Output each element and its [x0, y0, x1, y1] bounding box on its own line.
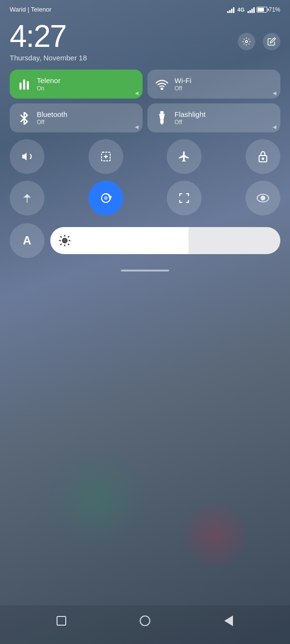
- back-icon: [224, 615, 233, 626]
- settings-button[interactable]: [238, 33, 255, 50]
- quick-tiles: Telenor On ◀ Wi-Fi Off ◀ Bluetooth: [0, 70, 290, 132]
- svg-point-0: [246, 40, 248, 43]
- clock-time: 4:27: [10, 21, 87, 52]
- wifi-icon: [155, 78, 169, 90]
- signal-icon: [227, 6, 234, 13]
- battery-indicator: 71%: [257, 6, 280, 13]
- telenor-status: On: [37, 85, 60, 92]
- font-size-button[interactable]: A: [10, 223, 44, 258]
- svg-line-28: [68, 244, 69, 245]
- svg-line-30: [60, 244, 61, 245]
- svg-point-12: [262, 158, 263, 159]
- svg-point-21: [262, 197, 264, 199]
- flashlight-arrow: ◀: [273, 124, 276, 129]
- network-badge: 4G: [237, 7, 245, 13]
- clock-date: Thursday, November 18: [10, 54, 87, 62]
- screenshot-button[interactable]: [88, 139, 123, 174]
- svg-point-4: [161, 88, 162, 89]
- clock-actions: [238, 33, 280, 50]
- status-icons: 4G 71%: [227, 6, 280, 13]
- bluetooth-status: Off: [37, 119, 67, 126]
- home-icon: [140, 615, 150, 626]
- svg-line-27: [60, 236, 61, 237]
- svg-rect-6: [160, 120, 164, 124]
- home-button[interactable]: [134, 610, 156, 631]
- bluetooth-icon: [17, 111, 31, 124]
- location-button[interactable]: [10, 181, 44, 215]
- back-button[interactable]: [218, 610, 239, 631]
- telenor-text: Telenor On: [37, 76, 60, 92]
- edit-button[interactable]: [263, 33, 280, 50]
- brightness-slider[interactable]: [50, 227, 280, 254]
- nav-bar: [0, 605, 290, 644]
- svg-point-22: [62, 238, 67, 243]
- sound-button[interactable]: [10, 139, 44, 174]
- eyecomfort-button[interactable]: [246, 181, 280, 215]
- bluetooth-name: Bluetooth: [37, 110, 67, 119]
- telenor-arrow: ◀: [135, 90, 139, 96]
- brightness-icon: [58, 234, 72, 247]
- svg-rect-2: [19, 82, 21, 89]
- icon-row-1: [0, 137, 290, 176]
- tile-telenor[interactable]: Telenor On ◀: [10, 70, 143, 99]
- svg-point-18: [104, 197, 107, 200]
- flashlight-icon: [155, 111, 169, 125]
- recent-icon: [57, 616, 66, 626]
- home-bar: [0, 266, 290, 273]
- wifi-text: Wi-Fi Off: [174, 76, 191, 92]
- wifi-status: Off: [174, 85, 191, 92]
- flashlight-text: Flashlight Off: [174, 110, 205, 126]
- svg-rect-5: [160, 111, 164, 114]
- telenor-name: Telenor: [37, 76, 60, 85]
- clock-left: 4:27 Thursday, November 18: [10, 21, 87, 62]
- tile-flashlight[interactable]: Flashlight Off ◀: [147, 103, 280, 132]
- icon-row-2: [0, 179, 290, 217]
- wifi-name: Wi-Fi: [174, 76, 191, 85]
- tile-bluetooth[interactable]: Bluetooth Off ◀: [10, 103, 143, 132]
- svg-rect-1: [23, 79, 25, 90]
- battery-icon: [257, 7, 267, 13]
- brightness-track: [188, 227, 280, 254]
- flashlight-name: Flashlight: [174, 110, 205, 119]
- lock-button[interactable]: [246, 139, 280, 174]
- battery-fill: [258, 8, 264, 12]
- clock-section: 4:27 Thursday, November 18: [0, 17, 290, 70]
- flashlight-status: Off: [174, 119, 205, 126]
- carrier-text: Warid | Telenor: [10, 6, 51, 13]
- wallpaper-area: [0, 273, 290, 409]
- bluetooth-text: Bluetooth Off: [37, 110, 67, 126]
- airplane-button[interactable]: [167, 139, 202, 174]
- svg-rect-3: [27, 81, 29, 89]
- svg-line-29: [68, 236, 69, 237]
- home-bar-line: [121, 270, 169, 272]
- autorotate-button[interactable]: [88, 181, 123, 215]
- bluetooth-arrow: ◀: [135, 124, 139, 129]
- signal2-icon: [247, 6, 255, 13]
- wifi-arrow: ◀: [273, 90, 276, 96]
- bottom-controls: A: [0, 220, 290, 261]
- battery-percent: 71%: [269, 6, 280, 13]
- svg-marker-17: [109, 196, 111, 199]
- scan-button[interactable]: [167, 181, 202, 215]
- recent-apps-button[interactable]: [51, 610, 72, 631]
- status-bar: Warid | Telenor 4G 71%: [0, 0, 290, 17]
- tile-wifi[interactable]: Wi-Fi Off ◀: [147, 70, 280, 99]
- telenor-icon: [17, 77, 31, 90]
